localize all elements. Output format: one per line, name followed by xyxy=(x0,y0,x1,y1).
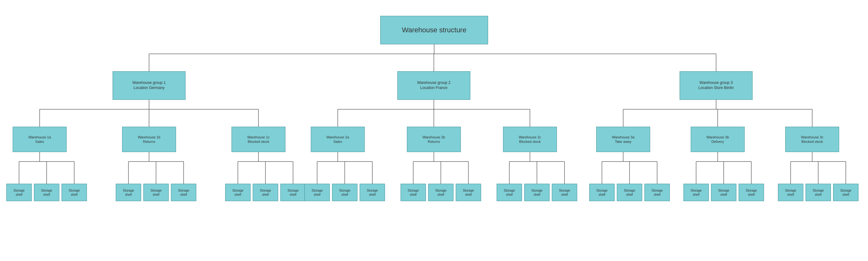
shelf-1b-3[interactable]: Storageshelf xyxy=(171,184,196,201)
shelf-3c-2[interactable]: Storageshelf xyxy=(806,184,831,201)
group-label-g3: Warehouse group 3Location Store Berlin xyxy=(698,80,734,90)
shelf-2c-1[interactable]: Storageshelf xyxy=(497,184,522,201)
shelf-2a-1[interactable]: Storageshelf xyxy=(305,184,330,201)
shelf-1b-2[interactable]: Storageshelf xyxy=(143,184,169,201)
diagram: Warehouse structure Warehouse group 1Loc… xyxy=(0,0,868,261)
shelf-1a-1[interactable]: Storageshelf xyxy=(6,184,32,201)
root-node[interactable]: Warehouse structure xyxy=(380,16,488,44)
warehouse-2c[interactable]: Warehouse 2cBlocked stock xyxy=(503,127,557,152)
group-label-g1: Warehouse group 1Location Germany xyxy=(132,80,166,90)
shelf-2c-3[interactable]: Storageshelf xyxy=(552,184,577,201)
shelf-1c-1[interactable]: Storageshelf xyxy=(225,184,251,201)
shelf-2c-2[interactable]: Storageshelf xyxy=(524,184,550,201)
shelf-1c-2[interactable]: Storageshelf xyxy=(253,184,278,201)
warehouse-3a[interactable]: Warehouse 3aTake away xyxy=(596,127,650,152)
shelf-2a-3[interactable]: Storageshelf xyxy=(360,184,385,201)
group-node-g2[interactable]: Warehouse group 2Location France xyxy=(397,71,470,100)
shelf-2a-2[interactable]: Storageshelf xyxy=(332,184,358,201)
shelf-1c-3[interactable]: Storageshelf xyxy=(280,184,306,201)
shelf-1b-1[interactable]: Storageshelf xyxy=(116,184,141,201)
warehouse-1c[interactable]: Warehouse 1cBlocked stock xyxy=(231,127,285,152)
shelf-3b-2[interactable]: Storageshelf xyxy=(711,184,736,201)
shelf-3a-1[interactable]: Storageshelf xyxy=(589,184,615,201)
warehouse-1a[interactable]: Warehouse 1aSales xyxy=(13,127,67,152)
root-label: Warehouse structure xyxy=(402,26,466,35)
shelf-3b-3[interactable]: Storageshelf xyxy=(739,184,764,201)
group-label-g2: Warehouse group 2Location France xyxy=(417,80,451,90)
group-node-g3[interactable]: Warehouse group 3Location Store Berlin xyxy=(680,71,752,100)
shelf-3c-3[interactable]: Storageshelf xyxy=(833,184,859,201)
warehouse-3b[interactable]: Warehouse 3bDelivery xyxy=(691,127,745,152)
shelf-2b-3[interactable]: Storageshelf xyxy=(456,184,481,201)
shelf-2b-1[interactable]: Storageshelf xyxy=(401,184,426,201)
shelf-2b-2[interactable]: Storageshelf xyxy=(428,184,454,201)
shelf-3a-3[interactable]: Storageshelf xyxy=(644,184,670,201)
shelf-3c-1[interactable]: Storageshelf xyxy=(778,184,803,201)
shelf-1a-2[interactable]: Storageshelf xyxy=(34,184,59,201)
group-node-g1[interactable]: Warehouse group 1Location Germany xyxy=(113,71,186,100)
warehouse-3c[interactable]: Warehouse 3cBlocked stock xyxy=(785,127,839,152)
warehouse-2a[interactable]: Warehouse 2aSales xyxy=(311,127,365,152)
warehouse-2b[interactable]: Warehouse 2bReturns xyxy=(407,127,461,152)
shelf-3b-1[interactable]: Storageshelf xyxy=(683,184,709,201)
shelf-3a-2[interactable]: Storageshelf xyxy=(617,184,642,201)
shelf-1a-3[interactable]: Storageshelf xyxy=(62,184,87,201)
warehouse-1b[interactable]: Warehouse 1bReturns xyxy=(122,127,176,152)
